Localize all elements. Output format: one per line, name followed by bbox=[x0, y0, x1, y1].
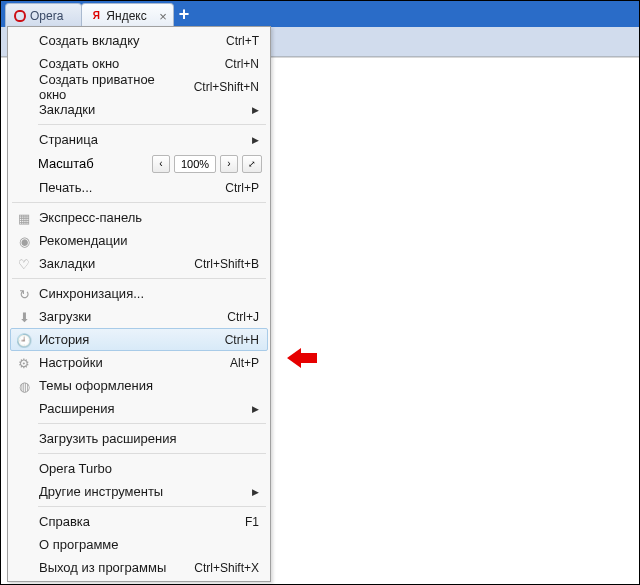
menu-item-синхронизация[interactable]: ↻Синхронизация... bbox=[10, 282, 268, 305]
tab-label: Яндекс bbox=[106, 9, 146, 23]
history-icon: 🕘 bbox=[16, 332, 32, 348]
menu-item-печать[interactable]: Печать...Ctrl+P bbox=[10, 176, 268, 199]
menu-item-label: Закладки bbox=[39, 256, 184, 271]
opera-menu: Создать вкладкуCtrl+TСоздать окноCtrl+NС… bbox=[7, 26, 271, 582]
menu-item-label: Другие инструменты bbox=[39, 484, 244, 499]
menu-item-label: Настройки bbox=[39, 355, 220, 370]
menu-item-shortcut: Ctrl+Shift+B bbox=[184, 257, 259, 271]
menu-item-страница[interactable]: Страница▶ bbox=[10, 128, 268, 151]
menu-item-label: Расширения bbox=[39, 401, 244, 416]
menu-item-shortcut: Ctrl+T bbox=[216, 34, 259, 48]
menu-item-настройки[interactable]: ⚙НастройкиAlt+P bbox=[10, 351, 268, 374]
fullscreen-button[interactable]: ⤢ bbox=[242, 155, 262, 173]
eye-icon: ◉ bbox=[16, 233, 32, 249]
menu-item-label: Справка bbox=[39, 514, 235, 529]
chevron-right-icon: ▶ bbox=[252, 135, 259, 145]
svg-marker-0 bbox=[287, 348, 317, 368]
menu-separator bbox=[12, 202, 266, 203]
chevron-right-icon: ▶ bbox=[252, 404, 259, 414]
tab-label: Opera bbox=[30, 9, 63, 23]
menu-item-opera-turbo[interactable]: Opera Turbo bbox=[10, 457, 268, 480]
menu-item-label: Печать... bbox=[39, 180, 215, 195]
menu-item-история[interactable]: 🕘ИсторияCtrl+H bbox=[10, 328, 268, 351]
menu-item-загрузки[interactable]: ⬇ЗагрузкиCtrl+J bbox=[10, 305, 268, 328]
menu-item-рекомендации[interactable]: ◉Рекомендации bbox=[10, 229, 268, 252]
tab-opera[interactable]: Opera bbox=[5, 3, 82, 27]
menu-item-shortcut: Ctrl+Shift+N bbox=[184, 80, 259, 94]
menu-separator bbox=[38, 453, 266, 454]
yandex-icon: Я bbox=[90, 10, 102, 22]
menu-item-label: История bbox=[39, 332, 215, 347]
theme-icon: ◍ bbox=[16, 378, 32, 394]
menu-item-label: Создать вкладку bbox=[39, 33, 216, 48]
menu-item-label: Страница bbox=[39, 132, 244, 147]
menu-item-экспресс-панель[interactable]: ▦Экспресс-панель bbox=[10, 206, 268, 229]
menu-item-label: Загрузки bbox=[39, 309, 217, 324]
menu-item-темы-оформления[interactable]: ◍Темы оформления bbox=[10, 374, 268, 397]
menu-separator bbox=[12, 278, 266, 279]
menu-item-выход-из-программы[interactable]: Выход из программыCtrl+Shift+X bbox=[10, 556, 268, 579]
menu-item-загрузить-расширения[interactable]: Загрузить расширения bbox=[10, 427, 268, 450]
menu-item-о-программе[interactable]: О программе bbox=[10, 533, 268, 556]
download-icon: ⬇ bbox=[16, 309, 32, 325]
menu-item-другие-инструменты[interactable]: Другие инструменты▶ bbox=[10, 480, 268, 503]
menu-item-label: Рекомендации bbox=[39, 233, 259, 248]
menu-item-shortcut: Ctrl+J bbox=[217, 310, 259, 324]
chevron-right-icon: ▶ bbox=[252, 105, 259, 115]
menu-item-label: Загрузить расширения bbox=[39, 431, 259, 446]
menu-separator bbox=[38, 423, 266, 424]
menu-item-label: Закладки bbox=[39, 102, 244, 117]
settings-icon: ⚙ bbox=[16, 355, 32, 371]
tab-strip: Opera Я Яндекс × + bbox=[1, 1, 639, 27]
new-tab-button[interactable]: + bbox=[173, 4, 196, 25]
menu-item-label: Opera Turbo bbox=[39, 461, 259, 476]
menu-item-label: Экспресс-панель bbox=[39, 210, 259, 225]
menu-item-shortcut: Ctrl+P bbox=[215, 181, 259, 195]
menu-item-расширения[interactable]: Расширения▶ bbox=[10, 397, 268, 420]
zoom-out-button[interactable]: ‹ bbox=[152, 155, 170, 173]
menu-separator bbox=[38, 506, 266, 507]
menu-item-shortcut: Alt+P bbox=[220, 356, 259, 370]
menu-item-label: О программе bbox=[39, 537, 259, 552]
zoom-in-button[interactable]: › bbox=[220, 155, 238, 173]
menu-item-shortcut: Ctrl+Shift+X bbox=[184, 561, 259, 575]
menu-item-label: Темы оформления bbox=[39, 378, 259, 393]
menu-item-label: Масштаб bbox=[38, 156, 94, 171]
menu-item-справка[interactable]: СправкаF1 bbox=[10, 510, 268, 533]
tab-yandex[interactable]: Я Яндекс × bbox=[81, 3, 173, 27]
menu-item-shortcut: Ctrl+N bbox=[215, 57, 259, 71]
sync-icon: ↻ bbox=[16, 286, 32, 302]
menu-separator bbox=[38, 124, 266, 125]
chevron-right-icon: ▶ bbox=[252, 487, 259, 497]
menu-item-закладки[interactable]: Закладки▶ bbox=[10, 98, 268, 121]
heart-icon: ♡ bbox=[16, 256, 32, 272]
menu-item-shortcut: F1 bbox=[235, 515, 259, 529]
menu-item-создать-приватное-окно[interactable]: Создать приватное окноCtrl+Shift+N bbox=[10, 75, 268, 98]
menu-item-label: Создать окно bbox=[39, 56, 215, 71]
zoom-controls: ‹100%›⤢ bbox=[152, 155, 262, 173]
close-icon[interactable]: × bbox=[159, 9, 167, 22]
menu-item-label: Выход из программы bbox=[39, 560, 184, 575]
grid-icon: ▦ bbox=[16, 210, 32, 226]
zoom-value: 100% bbox=[174, 155, 216, 173]
callout-arrow bbox=[287, 348, 317, 368]
menu-item-label: Синхронизация... bbox=[39, 286, 259, 301]
opera-icon bbox=[14, 10, 26, 22]
menu-item-zoom: Масштаб‹100%›⤢ bbox=[10, 151, 268, 176]
menu-item-создать-вкладку[interactable]: Создать вкладкуCtrl+T bbox=[10, 29, 268, 52]
menu-item-label: Создать приватное окно bbox=[39, 72, 184, 102]
menu-item-закладки[interactable]: ♡ЗакладкиCtrl+Shift+B bbox=[10, 252, 268, 275]
menu-item-shortcut: Ctrl+H bbox=[215, 333, 259, 347]
